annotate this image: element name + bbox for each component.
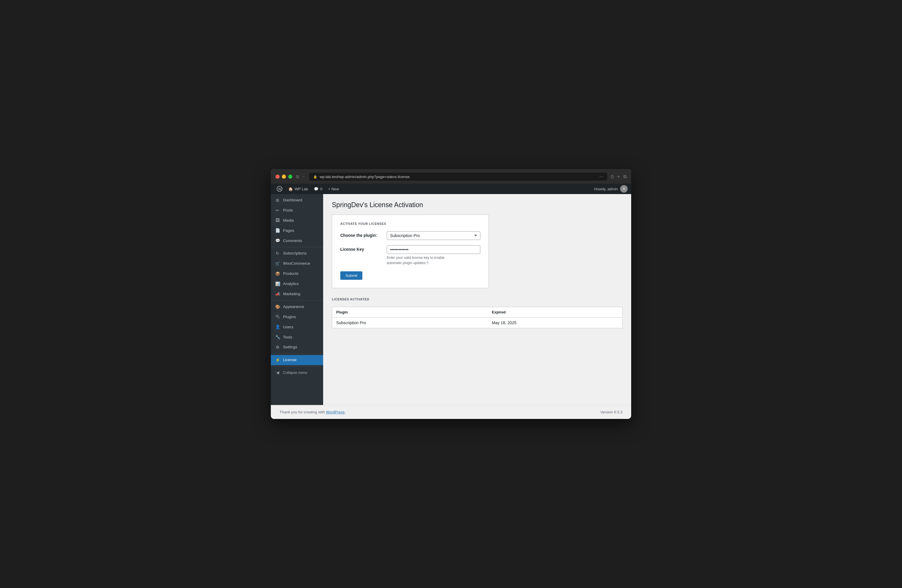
- site-name: WP Lab: [294, 187, 308, 191]
- back-button[interactable]: ←: [302, 174, 306, 179]
- sidebar-item-pages[interactable]: 📄 Pages: [271, 226, 323, 236]
- sidebar-item-media[interactable]: 🖼 Media: [271, 216, 323, 226]
- admin-bar-right: Howdy, admin A: [594, 185, 628, 192]
- sidebar-collapse-menu[interactable]: ◀ Collapse menu: [271, 368, 323, 378]
- sidebar-item-plugins[interactable]: 🔌 Plugins: [271, 312, 323, 322]
- media-icon: 🖼: [275, 218, 280, 223]
- admin-bar-home[interactable]: 🏠 WP Lab: [286, 184, 310, 194]
- sidebar-item-label: WooCommerce: [283, 261, 310, 266]
- avatar: A: [620, 185, 628, 192]
- sidebar-item-settings[interactable]: ⚙ Settings: [271, 342, 323, 352]
- minimize-button[interactable]: [282, 175, 286, 179]
- wordpress-logo-icon: W: [277, 186, 282, 192]
- howdy-label: Howdy, admin: [594, 187, 618, 191]
- plugin-selector-row: Choose the plugin: Subscription Pro: [340, 231, 480, 240]
- collapse-icon: ◀: [275, 370, 280, 375]
- dashboard-icon: ⊞: [275, 197, 280, 203]
- browser-chrome: ⊟ ← 🔒 wp-lab.test/wp-admin/admin.php?pag…: [271, 169, 631, 184]
- sidebar-item-label: Tools: [283, 335, 292, 340]
- sidebar-item-label: Analytics: [283, 281, 299, 287]
- sidebar-toggle-icon[interactable]: ⊟: [296, 174, 299, 179]
- appearance-icon: 🎨: [275, 304, 280, 310]
- collapse-label: Collapse menu: [283, 371, 307, 375]
- plugin-field: Subscription Pro: [387, 231, 480, 240]
- wp-layout: ⊞ Dashboard ✏ Posts 🖼 Media 📄 Pages 💬: [271, 194, 631, 405]
- sidebar-separator-4: [271, 366, 323, 367]
- close-button[interactable]: [276, 175, 280, 179]
- submit-row: Submit: [340, 271, 480, 280]
- sidebar-item-tools[interactable]: 🔧 Tools: [271, 332, 323, 342]
- sidebar: ⊞ Dashboard ✏ Posts 🖼 Media 📄 Pages 💬: [271, 194, 323, 405]
- licenses-table: Plugin Expired Subscription Pro May 18, …: [332, 307, 622, 328]
- sidebar-item-marketing[interactable]: 📣 Marketing: [271, 289, 323, 299]
- posts-icon: ✏: [275, 208, 280, 213]
- maximize-button[interactable]: [288, 175, 292, 179]
- activate-section-title: ACTIVATE YOUR LICENSES: [340, 222, 480, 225]
- page-title: SpringDev's License Activation: [332, 201, 622, 209]
- sidebar-item-label: Dashboard: [283, 197, 302, 203]
- address-bar[interactable]: 🔒 wp-lab.test/wp-admin/admin.php?page=sd…: [309, 172, 608, 181]
- main-content: SpringDev's License Activation ACTIVATE …: [323, 194, 631, 405]
- admin-bar-new[interactable]: + New: [326, 184, 341, 194]
- sidebar-item-users[interactable]: 👤 Users: [271, 322, 323, 332]
- sidebar-item-products[interactable]: 📦 Products: [271, 269, 323, 279]
- new-tab-icon[interactable]: +: [617, 174, 620, 179]
- sidebar-item-label: Pages: [283, 228, 294, 234]
- license-key-hint: Enter your valid license key to enable a…: [387, 255, 480, 266]
- settings-icon: ⚙: [275, 345, 280, 350]
- sidebar-item-label: License: [283, 357, 297, 363]
- sidebar-separator-3: [271, 353, 323, 354]
- more-icon[interactable]: ···: [599, 174, 603, 179]
- analytics-icon: 📊: [275, 281, 280, 287]
- license-key-field: Enter your valid license key to enable a…: [387, 245, 480, 266]
- sidebar-item-label: Subscriptions: [283, 251, 307, 256]
- sidebar-item-license[interactable]: ⚡ License: [271, 355, 323, 365]
- home-icon: 🏠: [288, 187, 293, 191]
- subscriptions-icon: ↻: [275, 251, 280, 256]
- footer-wp-link[interactable]: WordPress: [326, 410, 345, 414]
- activate-licenses-card: ACTIVATE YOUR LICENSES Choose the plugin…: [332, 215, 489, 288]
- sidebar-item-comments[interactable]: 💬 Comments: [271, 236, 323, 246]
- browser-controls: ⊟ ←: [296, 174, 306, 179]
- svg-text:W: W: [278, 187, 282, 191]
- footer-version: Version 6.5.3: [600, 410, 622, 414]
- admin-bar-comments[interactable]: 💬 0: [312, 184, 324, 194]
- licenses-activated-section: LICENSES ACTIVATED Plugin Expired Subscr…: [332, 297, 622, 328]
- share-icon[interactable]: ⎙: [611, 174, 614, 179]
- table-header-row: Plugin Expired: [332, 307, 622, 317]
- comments-icon: 💬: [275, 238, 280, 244]
- sidebar-item-label: Users: [283, 325, 293, 330]
- woocommerce-icon: 🛒: [275, 261, 280, 266]
- wp-footer: Thank you for creating with WordPress. V…: [271, 405, 631, 419]
- table-cell-expired: May 18, 2025: [488, 317, 622, 328]
- tools-icon: 🔧: [275, 335, 280, 340]
- sidebar-item-dashboard[interactable]: ⊞ Dashboard: [271, 195, 323, 205]
- sidebar-item-analytics[interactable]: 📊 Analytics: [271, 279, 323, 289]
- license-key-row: License Key Enter your valid license key…: [340, 245, 480, 266]
- sidebar-item-posts[interactable]: ✏ Posts: [271, 205, 323, 216]
- overview-icon[interactable]: ⧉: [623, 174, 626, 179]
- col-expired: Expired: [488, 307, 622, 317]
- sidebar-item-label: Settings: [283, 344, 297, 350]
- admin-bar-wp-logo[interactable]: W: [274, 184, 285, 194]
- sidebar-item-subscriptions[interactable]: ↻ Subscriptions: [271, 249, 323, 258]
- admin-bar: W 🏠 WP Lab 💬 0 + New Howdy, admin A: [271, 184, 631, 194]
- users-icon: 👤: [275, 325, 280, 330]
- license-key-input[interactable]: [387, 245, 480, 254]
- footer-thanks-text: Thank you for creating with: [280, 410, 326, 414]
- sidebar-item-label: Comments: [283, 238, 302, 244]
- howdy-text: Howdy, admin A: [594, 185, 628, 192]
- plugins-icon: 🔌: [275, 314, 280, 319]
- hint-line1: Enter your valid license key to enable: [387, 256, 445, 260]
- lock-icon: 🔒: [313, 175, 317, 179]
- sidebar-item-label: Media: [283, 218, 294, 224]
- submit-button[interactable]: Submit: [340, 271, 362, 280]
- sidebar-item-woocommerce[interactable]: 🛒 WooCommerce: [271, 258, 323, 269]
- hint-line2: automatic plugin updates !!: [387, 261, 428, 265]
- sidebar-item-appearance[interactable]: 🎨 Appearance: [271, 302, 323, 312]
- traffic-lights: [276, 175, 292, 179]
- url-text: wp-lab.test/wp-admin/admin.php?page=sdev…: [319, 175, 410, 179]
- pages-icon: 📄: [275, 228, 280, 233]
- plugin-select[interactable]: Subscription Pro: [387, 231, 480, 240]
- new-label: + New: [328, 187, 339, 191]
